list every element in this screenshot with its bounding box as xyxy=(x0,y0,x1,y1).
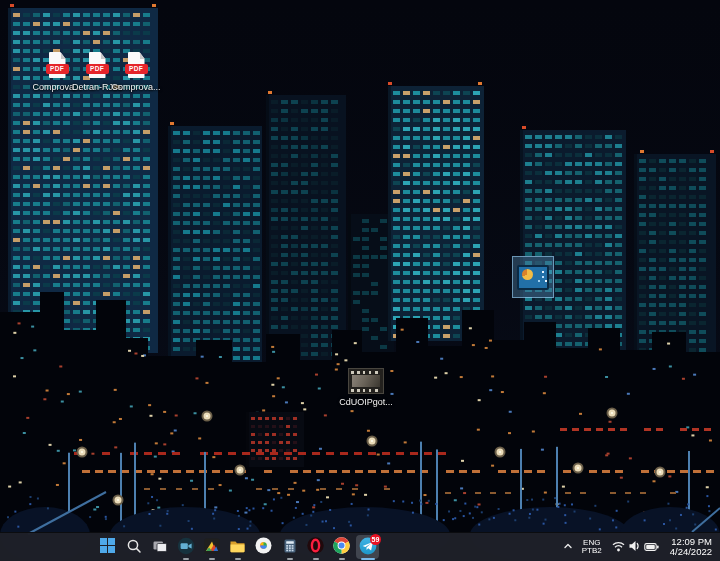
start-icon xyxy=(100,538,115,556)
task-view-icon xyxy=(152,538,168,557)
file-explorer-icon xyxy=(229,537,246,557)
desktop: PDF Comprova... PDF Detran-RJss PDF Comp… xyxy=(0,0,720,561)
taskbar-google-photos-button[interactable] xyxy=(252,535,275,559)
taskbar-calculator-button[interactable] xyxy=(278,535,301,559)
taskbar-file-explorer-button[interactable] xyxy=(226,535,249,559)
taskbar-start-button[interactable] xyxy=(96,535,119,559)
wifi-icon xyxy=(612,538,625,556)
pdf-file-icon: PDF xyxy=(125,52,148,79)
chevron-up-icon xyxy=(562,538,574,556)
running-indicator xyxy=(183,558,189,561)
language-switcher[interactable]: ENG PTB2 xyxy=(577,535,607,559)
google-photos-icon xyxy=(255,537,272,557)
opera-icon xyxy=(307,537,324,557)
running-indicator xyxy=(313,558,319,561)
calculator-icon xyxy=(282,538,298,557)
desktop-icon-video-1[interactable]: CdUOIPgot... xyxy=(336,368,396,407)
desktop-icon-label: CdUOIPgot... xyxy=(339,397,393,407)
desktop-icon-display-1[interactable] xyxy=(512,256,554,298)
taskbar-center-icons: 59 xyxy=(96,534,379,560)
photos-icon xyxy=(204,538,220,557)
taskbar-camera-button[interactable] xyxy=(174,535,197,559)
running-indicator xyxy=(235,558,241,561)
quick-settings-button[interactable] xyxy=(607,535,664,559)
taskbar-chrome-button[interactable] xyxy=(330,535,353,559)
pdf-badge: PDF xyxy=(46,64,69,74)
language-line2: PTB2 xyxy=(582,547,602,556)
running-indicator xyxy=(361,558,375,561)
desktop-icon-pdf-3[interactable]: PDF Comprova... xyxy=(109,52,163,92)
clock[interactable]: 12:09 PM 4/24/2022 xyxy=(664,535,718,559)
pdf-badge: PDF xyxy=(125,64,148,74)
battery-icon xyxy=(644,538,659,556)
running-indicator xyxy=(209,558,215,561)
volume-icon xyxy=(628,538,641,556)
taskbar-search-button[interactable] xyxy=(122,535,145,559)
pdf-file-icon: PDF xyxy=(86,52,109,79)
notification-badge: 59 xyxy=(370,534,381,545)
video-file-icon xyxy=(348,368,384,394)
taskbar: 59 ENG PTB2 xyxy=(0,532,720,561)
system-tray: ENG PTB2 12:09 PM 4/24/2022 xyxy=(559,533,718,561)
search-icon xyxy=(126,538,142,557)
desktop-icon-label: Comprova... xyxy=(111,82,160,92)
tray-date: 4/24/2022 xyxy=(670,547,712,558)
chrome-icon xyxy=(333,537,350,557)
running-indicator xyxy=(287,558,293,561)
camera-icon xyxy=(177,537,195,558)
pdf-badge: PDF xyxy=(86,64,109,74)
taskbar-photos-button[interactable] xyxy=(200,535,223,559)
tray-chevron-button[interactable] xyxy=(559,535,577,559)
taskbar-telegram-button[interactable]: 59 xyxy=(356,535,379,559)
taskbar-opera-button[interactable] xyxy=(304,535,327,559)
running-indicator xyxy=(339,558,345,561)
pdf-file-icon: PDF xyxy=(46,52,69,79)
selection-highlight xyxy=(512,256,554,298)
taskbar-task-view-button[interactable] xyxy=(148,535,171,559)
display-settings-icon xyxy=(517,265,549,290)
